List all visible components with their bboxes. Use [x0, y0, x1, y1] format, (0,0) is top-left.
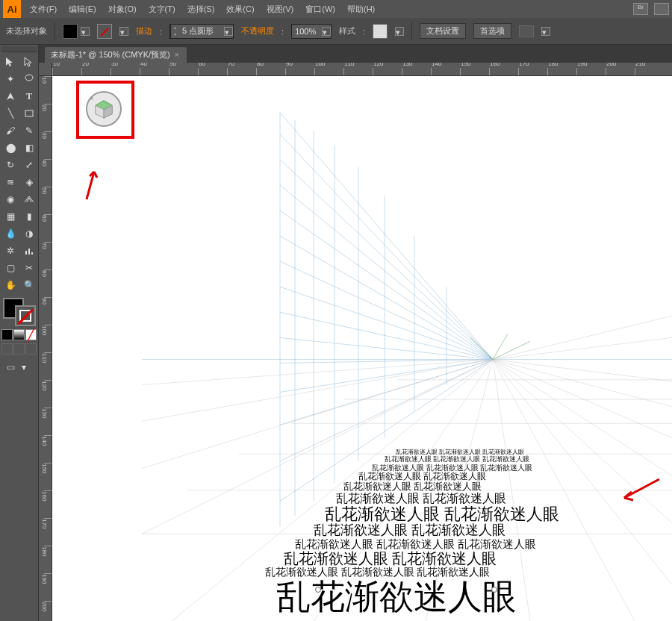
shape-builder-tool[interactable]: ◉: [1, 191, 19, 207]
document-area: 未标题-1* @ 150% (CMYK/预览) × 10203040506070…: [39, 45, 672, 621]
tab-title: 未标题-1* @ 150% (CMYK/预览): [51, 49, 170, 60]
magic-wand-tool[interactable]: ✦: [1, 71, 19, 87]
hand-tool[interactable]: ✋: [1, 277, 19, 293]
paintbrush-tool[interactable]: 🖌: [1, 122, 19, 139]
symbol-sprayer-tool[interactable]: ✲: [1, 243, 19, 259]
stroke-profile-input[interactable]: ▴▾ ▾: [169, 24, 234, 39]
zoom-tool[interactable]: 🔍: [20, 277, 38, 293]
svg-line-45: [142, 360, 493, 385]
tab-close-icon[interactable]: ×: [175, 51, 179, 59]
menu-type[interactable]: 文字(T): [146, 2, 178, 16]
selection-tool[interactable]: [1, 54, 19, 70]
perspective-grid-tool[interactable]: [20, 191, 38, 207]
canvas[interactable]: ×: [52, 76, 672, 621]
menu-select[interactable]: 选择(S): [184, 2, 218, 16]
svg-line-15: [280, 312, 493, 359]
opacity-input[interactable]: ▾: [291, 24, 332, 39]
prefs-button[interactable]: 首选项: [473, 23, 511, 39]
anchor-point[interactable]: [491, 587, 497, 593]
none-mode[interactable]: ╱: [25, 329, 37, 340]
opacity-label: 不透明度: [241, 25, 274, 37]
svg-line-9: [280, 160, 493, 360]
scale-tool[interactable]: ⤢: [20, 157, 38, 173]
width-tool[interactable]: ≋: [1, 174, 19, 190]
eyedropper-tool[interactable]: 💧: [1, 225, 19, 242]
menu-effect[interactable]: 效果(C): [223, 2, 257, 16]
vertical-ruler[interactable]: 1020304050607080901001101201301401501601…: [39, 76, 52, 621]
arrange-icon[interactable]: [654, 3, 669, 15]
svg-line-10: [280, 185, 493, 360]
rotate-tool[interactable]: ↻: [1, 157, 19, 173]
svg-line-29: [493, 316, 672, 359]
menu-help[interactable]: 帮助(H): [344, 2, 378, 16]
gradient-mode[interactable]: [13, 329, 25, 340]
ruler-origin[interactable]: [39, 63, 52, 76]
align-icon[interactable]: [519, 25, 534, 37]
menu-file[interactable]: 文件(F): [27, 2, 60, 16]
lasso-tool[interactable]: [20, 71, 38, 87]
stroke-dropdown[interactable]: ▾: [119, 27, 128, 36]
blob-brush-tool[interactable]: ⬤: [1, 140, 19, 156]
svg-line-54: [493, 341, 530, 359]
draw-modes[interactable]: [1, 343, 37, 355]
fill-stroke-swatches[interactable]: [1, 296, 37, 328]
annotation-highlight: [76, 81, 134, 139]
blend-tool[interactable]: ◑: [20, 225, 38, 242]
free-transform-tool[interactable]: ◈: [20, 174, 38, 190]
gradient-tool[interactable]: ▮: [20, 208, 38, 225]
pencil-tool[interactable]: ✎: [20, 122, 38, 139]
document-tab[interactable]: 未标题-1* @ 150% (CMYK/预览) ×: [45, 47, 187, 63]
svg-point-0: [25, 75, 33, 81]
svg-line-13: [280, 261, 493, 359]
anchor-point[interactable]: [315, 587, 321, 593]
perspective-text-group: 乱花渐欲迷人眼 乱花渐欲迷人眼 乱花渐欲迷人眼 乱花渐欲迷人眼 乱花渐欲迷人眼 …: [284, 449, 672, 616]
menu-edit[interactable]: 编辑(E): [66, 2, 99, 16]
style-swatch[interactable]: [373, 24, 388, 39]
menu-view[interactable]: 视图(V): [264, 2, 297, 16]
direct-selection-tool[interactable]: [20, 54, 38, 70]
svg-rect-4: [31, 252, 33, 255]
stroke-label: 描边: [136, 25, 152, 37]
no-stroke-icon[interactable]: [97, 24, 112, 39]
artboard-tool[interactable]: ▢: [1, 260, 19, 276]
opacity-field[interactable]: [292, 27, 322, 36]
line-tool[interactable]: ╲: [1, 105, 19, 122]
svg-line-33: [493, 360, 672, 438]
selection-status: 未选择对象: [6, 25, 47, 37]
color-mode[interactable]: [1, 329, 13, 340]
doc-setup-button[interactable]: 文档设置: [420, 23, 466, 39]
style-dropdown[interactable]: ▾: [395, 27, 404, 36]
menu-object[interactable]: 对象(O): [105, 2, 140, 16]
svg-rect-3: [28, 249, 30, 255]
svg-line-8: [280, 134, 493, 360]
options-bar: 未选择对象 ▾ ▾ 描边 : ▴▾ ▾ 不透明度 : ▾ 样式 : ▾ 文档设置…: [0, 18, 672, 45]
svg-line-11: [280, 210, 493, 360]
stroke-color[interactable]: [15, 305, 36, 326]
horizontal-ruler[interactable]: 1020304050607080901001101201301401501601…: [52, 63, 672, 76]
style-label: 样式: [339, 25, 355, 37]
toolbar: ✦ T ╲ 🖌 ✎ ⬤ ◧ ↻ ⤢ ≋ ◈ ◉ ▦ ▮ 💧 ◑ ✲ ▢ ✂ ✋ …: [0, 45, 39, 621]
annotation-arrow-1: [81, 166, 103, 203]
br-icon[interactable]: Br: [633, 3, 648, 15]
column-graph-tool[interactable]: [20, 243, 38, 259]
menu-bar: Ai 文件(F) 编辑(E) 对象(O) 文字(T) 选择(S) 效果(C) 视…: [0, 0, 672, 18]
svg-line-17: [280, 360, 493, 363]
svg-line-18: [280, 360, 493, 393]
type-tool[interactable]: T: [20, 88, 38, 104]
fill-swatch[interactable]: ▾: [63, 24, 90, 39]
mesh-tool[interactable]: ▦: [1, 208, 19, 225]
screen-mode[interactable]: ▭ ▾: [1, 359, 37, 375]
toolbar-grip[interactable]: [1, 46, 37, 52]
svg-line-44: [142, 360, 493, 422]
svg-line-31: [493, 360, 672, 381]
stroke-profile-field[interactable]: [179, 27, 224, 36]
svg-rect-1: [25, 110, 33, 116]
pen-tool[interactable]: [1, 88, 19, 104]
eraser-tool[interactable]: ◧: [20, 140, 38, 156]
svg-line-6: [280, 113, 493, 360]
svg-line-32: [493, 360, 672, 407]
annotation-arrow-2: [618, 475, 663, 505]
slice-tool[interactable]: ✂: [20, 260, 38, 276]
menu-window[interactable]: 窗口(W): [302, 2, 338, 16]
rectangle-tool[interactable]: [20, 105, 38, 122]
